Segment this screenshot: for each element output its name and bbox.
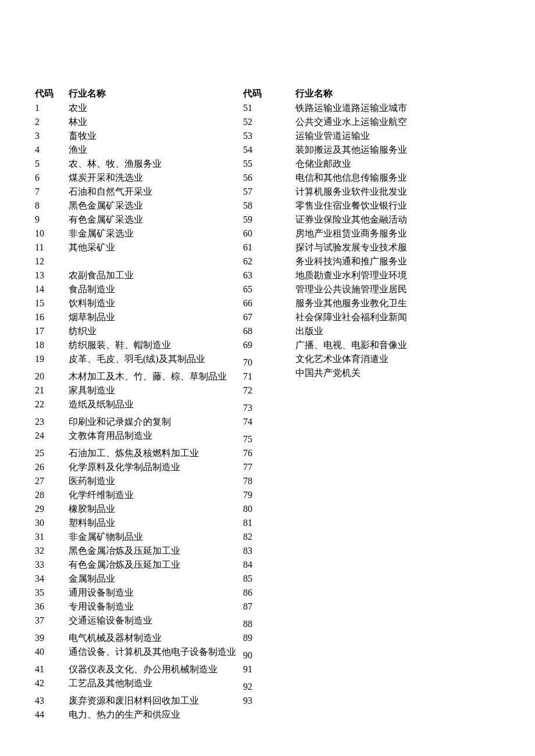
code-cell: 10 <box>35 227 69 241</box>
code-cell: 5 <box>35 157 69 171</box>
code-cell: 21 <box>35 384 69 397</box>
code-cell: 87 <box>243 600 278 614</box>
name-cell: 非金属矿采选业 <box>69 227 243 241</box>
code-cell: 81 <box>243 516 278 530</box>
code-cell: 86 <box>243 586 278 600</box>
name-cell: 金属制品业 <box>69 572 243 586</box>
code-cell: 32 <box>35 544 69 558</box>
code-cell: 19 <box>35 352 69 366</box>
right-text-line: 电信和其他信息传输服务业 <box>295 171 423 185</box>
right-text-line: 铁路运输业道路运输业城市 <box>295 101 423 115</box>
code-cell: 52 <box>243 115 278 129</box>
name-cell: 有色金属矿采选业 <box>69 213 243 227</box>
code-cell: 83 <box>243 544 278 558</box>
code-cell: 16 <box>35 310 69 324</box>
name-cell: 塑料制品业 <box>69 516 243 530</box>
name-cell: 家具制造业 <box>69 384 243 397</box>
right-text-line: 管理业公共设施管理业居民 <box>295 282 423 296</box>
code-cell: 40 <box>35 645 69 659</box>
right-text-line: 运输业管道运输业 <box>295 129 423 143</box>
code-cell: 35 <box>35 586 69 600</box>
header-code-2: 代码 <box>243 87 278 100</box>
name-cell: 废弃资源和废旧材料回收加工业 <box>69 694 243 708</box>
code-cell: 36 <box>35 600 69 614</box>
code-cell: 55 <box>243 157 278 171</box>
document-page: 代码 1234567891011121314151617181920212223… <box>0 0 535 756</box>
code-cell: 92 <box>243 680 278 694</box>
name-cell: 文教体育用品制造业 <box>69 429 243 443</box>
code-cell: 39 <box>35 631 69 645</box>
right-text-line: 出版业 <box>295 324 423 338</box>
code-cell: 22 <box>35 397 69 411</box>
code-cell: 93 <box>243 694 278 708</box>
name-cell: 煤炭开采和洗选业 <box>69 171 243 185</box>
code-cell: 17 <box>35 324 69 338</box>
code-cell: 4 <box>35 143 69 157</box>
code-cell: 20 <box>35 370 69 384</box>
name-cell: 农副食品加工业 <box>69 268 243 282</box>
code-cell: 54 <box>243 143 278 157</box>
code-cell: 34 <box>35 572 69 586</box>
name-cell: 黑色金属冶炼及压延加工业 <box>69 544 243 558</box>
code-cell: 41 <box>35 662 69 676</box>
code-cell: 89 <box>243 631 278 645</box>
code-cell: 66 <box>243 296 278 310</box>
name-cell: 工艺品及其他制造业 <box>69 676 243 690</box>
code-cell: 1 <box>35 101 69 115</box>
name-cell: 渔业 <box>69 143 243 157</box>
right-text-line: 装卸搬运及其他运输服务业 <box>295 143 423 157</box>
name-cell: 农、林、牧、渔服务业 <box>69 157 243 171</box>
code-cell: 30 <box>35 516 69 530</box>
code-cell: 14 <box>35 282 69 296</box>
code-cell: 82 <box>243 530 278 544</box>
name-cell: 皮革、毛皮、羽毛(绒)及其制品业 <box>69 352 243 366</box>
name-cell: 造纸及纸制品业 <box>69 397 243 411</box>
code-cell: 24 <box>35 429 69 443</box>
code-cell: 56 <box>243 171 278 185</box>
right-text-line: 计算机服务业软件业批发业 <box>295 185 423 199</box>
code-cell: 75 <box>243 432 278 446</box>
code-cell: 42 <box>35 676 69 690</box>
name-cell: 其他采矿业 <box>69 241 243 255</box>
right-text-line: 中国共产党机关 <box>295 366 423 380</box>
name-cell: 林业 <box>69 115 243 129</box>
name-cell: 石油加工、炼焦及核燃料加工业 <box>69 446 243 460</box>
right-text-line: 证券业保险业其他金融活动 <box>295 213 423 227</box>
name-cell: 专用设备制造业 <box>69 600 243 614</box>
code-cell: 78 <box>243 474 278 488</box>
name-cell: 黑色金属矿采选业 <box>69 199 243 213</box>
code-cell: 44 <box>35 708 69 722</box>
name-cell: 饮料制造业 <box>69 296 243 310</box>
code-cell: 29 <box>35 502 69 516</box>
right-text-line: 文化艺术业体育消遣业 <box>295 352 423 366</box>
name-cell: 医药制造业 <box>69 474 243 488</box>
right-text-line: 广播、电视、电影和音像业 <box>295 338 423 352</box>
header-code-1: 代码 <box>35 87 69 100</box>
name-cell: 纺织服装、鞋、帽制造业 <box>69 338 243 352</box>
name-cell: 纺织业 <box>69 324 243 338</box>
name-cell: 食品制造业 <box>69 282 243 296</box>
code-cell: 74 <box>243 415 278 429</box>
code-cell: 28 <box>35 488 69 502</box>
name-cell: 农业 <box>69 101 243 115</box>
name-cell: 石油和自然气开采业 <box>69 185 243 199</box>
name-cell: 畜牧业 <box>69 129 243 143</box>
right-text-line: 仓储业邮政业 <box>295 157 423 171</box>
code-cell: 6 <box>35 171 69 185</box>
code-cell: 90 <box>243 648 278 662</box>
name-cell: 橡胶制品业 <box>69 502 243 516</box>
code-cell: 11 <box>35 241 69 255</box>
name-cell: 电力、热力的生产和供应业 <box>69 708 243 722</box>
code-cell: 70 <box>243 356 278 370</box>
right-text-line: 服务业其他服务业教化卫生 <box>295 296 423 310</box>
right-text-line: 公共交通业水上运输业航空 <box>295 115 423 129</box>
right-text-line: 社会保障业社会福利业新闻 <box>295 310 423 324</box>
name-cell: 交通运输设备制造业 <box>69 614 243 628</box>
name-cell: 电气机械及器材制造业 <box>69 631 243 645</box>
code-cell: 68 <box>243 324 278 338</box>
header-name-2: 行业名称 <box>295 87 423 100</box>
code-cell: 84 <box>243 558 278 572</box>
names-column-1: 行业名称 农业林业畜牧业渔业农、林、牧、渔服务业煤炭开采和洗选业石油和自然气开采… <box>69 87 243 722</box>
code-cell: 43 <box>35 694 69 708</box>
name-cell: 化学纤维制造业 <box>69 488 243 502</box>
